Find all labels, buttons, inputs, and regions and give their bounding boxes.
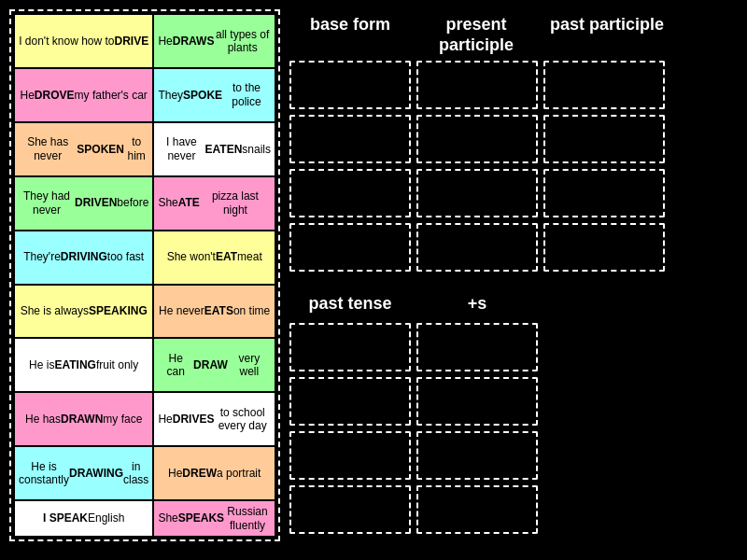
top-section: base form present participle past partic… [289,9,738,272]
base-box-2[interactable] [289,115,411,163]
past-tense-box-2[interactable] [289,377,411,426]
base-form-col [289,61,411,272]
header-present-participle: present participle [411,9,542,61]
header-past-participle: past participle [542,9,672,41]
plus-s-box-1[interactable] [416,323,538,371]
present-participle-col [416,61,538,272]
present-box-4[interactable] [416,223,538,272]
right-panel: base form present participle past partic… [289,9,738,551]
past-part-box-1[interactable] [543,61,665,109]
card-6: I have never EATEN snails [154,123,275,175]
present-box-2[interactable] [416,115,538,163]
bottom-headers-row: past tense +s [289,290,738,317]
card-7: They had never DRIVEN before [15,177,152,230]
past-participle-col [543,61,665,272]
card-12: He never EATS on time [154,286,275,338]
base-box-4[interactable] [289,223,411,272]
past-part-box-3[interactable] [543,169,665,217]
past-part-box-4[interactable] [543,223,665,272]
card-1: I don't know how to DRIVE [15,15,152,67]
plus-s-col [416,323,538,534]
card-15: He has DRAWN my face [15,393,152,445]
left-panel: I don't know how to DRIVE He DRAWS all t… [9,9,280,541]
card-10: She won't EAT meat [154,231,275,284]
card-19: I SPEAK English [15,501,152,536]
card-13: He is EATING fruit only [15,339,152,391]
card-9: They're DRIVING too fast [15,231,152,284]
past-tense-box-4[interactable] [289,485,411,534]
present-box-3[interactable] [416,169,538,217]
past-tense-box-1[interactable] [289,323,411,371]
past-tense-col [289,323,411,534]
header-past-tense: past tense [289,290,411,317]
card-8: She ATE pizza last night [154,177,275,230]
main-container: I don't know how to DRIVE He DRAWS all t… [0,0,747,560]
header-plus-s: +s [416,290,538,317]
card-3: He DROVE my father's car [15,69,152,121]
plus-s-box-2[interactable] [416,377,538,426]
card-4: They SPOKE to the police [154,69,275,121]
card-20: She SPEAKS Russian fluently [154,501,275,536]
card-16: He DRIVES to school every day [154,393,275,445]
card-14: He can DRAW very well [154,339,275,391]
top-headers-row: base form present participle past partic… [289,9,738,61]
card-2: He DRAWS all types of plants [154,15,275,67]
present-box-1[interactable] [416,61,538,109]
bottom-grids [289,323,738,534]
base-box-1[interactable] [289,61,411,109]
base-box-3[interactable] [289,169,411,217]
plus-s-box-4[interactable] [416,485,538,534]
header-base-form: base form [289,9,411,41]
card-17: He is constantly DRAWING in class [15,447,152,499]
past-part-box-2[interactable] [543,115,665,163]
top-grids [289,61,738,272]
plus-s-box-3[interactable] [416,431,538,480]
card-5: She has never SPOKEN to him [15,123,152,175]
bottom-section: past tense +s [289,290,738,534]
past-tense-box-3[interactable] [289,431,411,480]
card-11: She is always SPEAKING [15,286,152,338]
card-18: He DREW a portrait [154,447,275,499]
